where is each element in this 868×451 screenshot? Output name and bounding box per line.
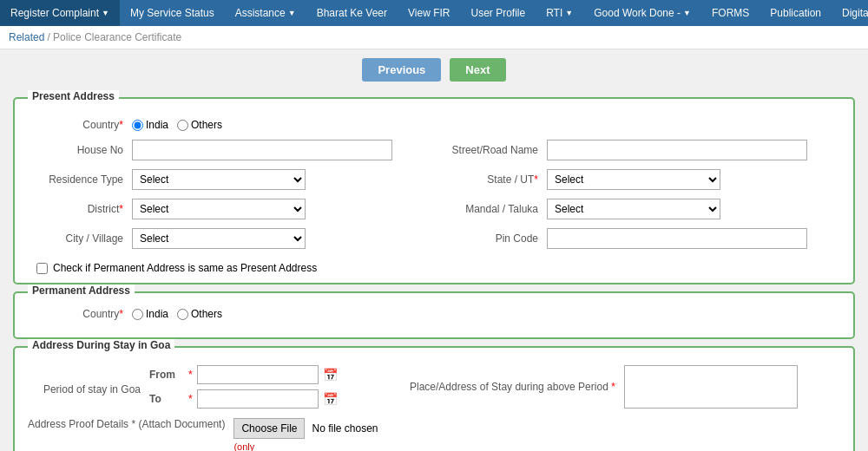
residence-type-select[interactable]: Select [132,169,306,190]
nav-dropdown-arrow: ▼ [565,9,573,17]
permanent-address-section: Permanent Address Country* India Others [13,291,855,339]
address-proof-row: Address Proof Details * (Attach Document… [28,418,392,451]
place-address-row: Place/Address of Stay during above Perio… [410,365,840,409]
nav-dropdown-arrow: ▼ [288,9,296,17]
present-address-title: Present Address [28,90,119,102]
period-row: Period of stay in Goa From * 📅 To * [28,365,392,414]
from-date-row: From * 📅 [149,365,338,384]
place-address-textarea[interactable] [624,365,798,409]
country-others-radio[interactable] [177,120,188,131]
period-label: Period of stay in Goa [28,383,141,395]
from-calendar-icon[interactable]: 📅 [323,368,338,382]
permanent-country-radio-group: India Others [132,308,222,320]
mandal-taluka-label: Mandal / Taluka [443,203,538,215]
city-pin-row: City / Village Select Pin Code [28,228,840,258]
state-ut-select[interactable]: Select [547,169,720,190]
street-road-row: Street/Road Name [443,140,840,160]
next-button[interactable]: Next [450,58,505,82]
stay-right-panel: Place/Address of Stay during above Perio… [410,365,840,451]
permanent-country-others-radio[interactable] [177,309,188,320]
breadcrumb: Related / Police Clearance Certificate [0,26,868,49]
house-street-row: House No Street/Road Name [28,140,840,169]
present-address-section: Present Address Country* India Others Ho… [13,97,855,284]
district-row: District* Select [28,199,425,219]
state-ut-row: State / UT* Select [443,169,840,190]
district-label: District* [28,203,123,215]
house-no-label: House No [28,144,123,156]
permanent-country-row: Country* India Others [28,308,840,320]
permanent-country-label: Country* [28,308,123,320]
residence-state-row: Residence Type Select State / UT* Select [28,169,840,199]
nav-view-fir[interactable]: View FIR [398,0,460,26]
city-village-label: City / Village [28,232,123,245]
nav-register-complaint[interactable]: Register Complaint ▼ [0,0,120,26]
breadcrumb-related-link[interactable]: Related [9,31,44,43]
permanent-country-india-radio[interactable] [132,309,143,320]
country-others-option[interactable]: Others [177,119,222,131]
nav-digital-police[interactable]: Digital Police [832,0,868,26]
place-address-label: Place/Address of Stay during above Perio… [410,381,615,393]
stay-inner: Period of stay in Goa From * 📅 To * [28,365,840,451]
file-row: Choose File No file chosen [233,418,410,439]
same-address-label: Check if Permanent Address is same as Pr… [53,262,317,274]
form-navigation: Previous Next [0,49,868,90]
nav-dropdown-arrow: ▼ [683,9,691,17]
residence-type-row: Residence Type Select [28,169,425,190]
house-no-input[interactable] [132,140,392,160]
address-stay-section: Address During Stay in Goa Period of sta… [13,346,855,451]
mandal-taluka-row: Mandal / Taluka Select [443,199,840,219]
file-format-info: (only bmp,jpeg,gif,jpg,png,doc,docx,pdf,… [233,441,410,451]
residence-type-label: Residence Type [28,173,123,186]
to-date-row: To * 📅 [149,389,338,409]
house-no-row: House No [28,140,425,160]
country-india-option[interactable]: India [132,119,168,131]
period-dates: From * 📅 To * 📅 [149,365,338,414]
city-village-row: City / Village Select [28,228,425,249]
country-label: Country* [28,119,123,131]
no-file-chosen-text: No file chosen [312,422,378,435]
nav-good-work-done[interactable]: Good Work Done - ▼ [583,0,701,26]
same-address-checkbox[interactable] [36,263,48,274]
mandal-taluka-select[interactable]: Select [547,199,720,219]
nav-user-profile[interactable]: User Profile [460,0,536,26]
city-village-select[interactable]: Select [132,228,306,249]
permanent-country-others-option[interactable]: Others [177,308,222,320]
street-road-label: Street/Road Name [443,144,538,156]
choose-file-button[interactable]: Choose File [233,418,305,439]
country-radio-group: India Others [132,119,222,131]
breadcrumb-current: Police Clearance Certificate [53,31,181,43]
nav-assistance[interactable]: Assistance ▼ [225,0,306,26]
country-row: Country* India Others [28,119,840,131]
from-date-input[interactable] [197,365,319,384]
pin-code-row: Pin Code [443,228,840,249]
address-stay-title: Address During Stay in Goa [28,339,174,351]
country-india-radio[interactable] [132,120,143,131]
state-ut-label: State / UT* [443,173,538,186]
nav-publication[interactable]: Publication [760,0,832,26]
same-address-row: Check if Permanent Address is same as Pr… [36,262,840,274]
district-select[interactable]: Select [132,199,306,219]
stay-content: Period of stay in Goa From * 📅 To * [28,365,840,451]
nav-dropdown-arrow: ▼ [102,9,109,17]
permanent-address-title: Permanent Address [28,284,135,297]
from-label: From [149,369,184,381]
to-calendar-icon[interactable]: 📅 [323,392,338,406]
pin-code-input[interactable] [547,228,807,249]
nav-my-service-status[interactable]: My Service Status [120,0,225,26]
nav-bharat-ke-veer[interactable]: Bharat Ke Veer [306,0,398,26]
previous-button[interactable]: Previous [362,58,441,82]
address-proof-label: Address Proof Details * (Attach Document… [28,418,225,430]
top-navigation: Register Complaint ▼ My Service Status A… [0,0,868,26]
district-mandal-row: District* Select Mandal / Taluka Select [28,199,840,228]
street-road-input[interactable] [547,140,807,160]
file-upload-area: Choose File No file chosen (only bmp,jpe… [233,418,410,451]
to-date-input[interactable] [197,389,319,409]
permanent-country-india-option[interactable]: India [132,308,168,320]
pin-code-label: Pin Code [443,232,538,245]
nav-rti[interactable]: RTI ▼ [536,0,583,26]
to-label: To [149,393,184,405]
stay-left-panel: Period of stay in Goa From * 📅 To * [28,365,392,451]
nav-forms[interactable]: FORMS [701,0,760,26]
